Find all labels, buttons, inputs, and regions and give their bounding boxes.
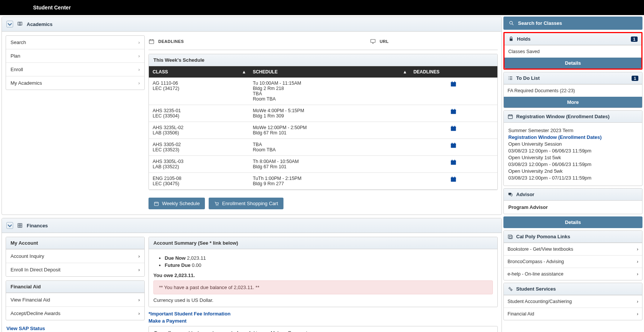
nav-plan[interactable]: Plan› — [6, 49, 144, 62]
cart-icon — [214, 201, 219, 206]
chevron-right-icon: › — [138, 80, 140, 86]
lock-icon — [508, 36, 514, 42]
holds-highlight: Holds 1 Classes Saved Details — [503, 32, 642, 70]
link-broncocompass[interactable]: BroncoCompass - Advising› — [504, 255, 642, 268]
holds-item[interactable]: Classes Saved — [505, 45, 641, 58]
search-for-classes-button[interactable]: Search for Classes — [503, 17, 642, 30]
calendar-icon — [450, 81, 457, 87]
calendar-icon — [450, 125, 457, 132]
search-icon — [509, 20, 514, 26]
page-title: Student Center — [33, 5, 71, 11]
svg-point-28 — [217, 205, 218, 206]
header-bar: Student Center — [0, 0, 644, 15]
nav-search[interactable]: Search› — [6, 36, 144, 49]
todo-more-button[interactable]: More — [504, 97, 642, 108]
reg-term: Summer Semester 2023 Term — [508, 128, 638, 133]
holds-header: Holds 1 — [505, 33, 641, 45]
academics-toolbar: DEADLINES URL — [148, 35, 498, 50]
past-due-alert: ** You have a past due balance of 2,023.… — [153, 280, 493, 294]
svg-point-30 — [510, 21, 513, 24]
calendar-icon — [450, 142, 457, 149]
calendar-icon — [450, 176, 457, 183]
financial-aid-group: Financial Aid View Financial Aid› Accept… — [6, 280, 145, 320]
svg-rect-9 — [455, 109, 455, 110]
svg-point-34 — [509, 288, 511, 289]
collapse-finances-button[interactable] — [6, 222, 13, 229]
nav-my-academics[interactable]: My Academics› — [6, 76, 144, 90]
chevron-right-icon: › — [637, 259, 638, 264]
cell-schedule: MoWe 12:00PM - 2:50PM Bldg 67 Rm 101 — [249, 122, 409, 139]
cell-deadline[interactable] — [410, 139, 497, 156]
calendar-icon — [450, 108, 457, 115]
finances-panel: Finances My Account Account Inquiry› Enr… — [2, 218, 502, 332]
account-summary-title: Account Summary (See * link below) — [149, 237, 497, 249]
svg-point-27 — [216, 205, 217, 206]
cell-class: ENG 2105-08 LEC (30475) — [149, 173, 249, 190]
accept-decline-awards-link[interactable]: Accept/Decline Awards› — [6, 306, 144, 320]
cell-deadline[interactable] — [410, 78, 497, 105]
svc-accounting[interactable]: Student Accounting/Cashiering› — [504, 295, 642, 308]
chevron-right-icon: › — [138, 311, 140, 316]
student-services-header: Student Services — [504, 283, 642, 295]
todo-badge: 1 — [632, 76, 638, 81]
cell-deadline[interactable] — [410, 156, 497, 173]
link-bookstore[interactable]: Bookstore - Get/View textbooks› — [504, 243, 642, 255]
view-sap-status-link[interactable]: View SAP Status — [6, 324, 145, 332]
cell-deadline[interactable] — [410, 122, 497, 139]
chevron-right-icon: › — [637, 247, 638, 252]
todo-header: To Do List 1 — [504, 72, 642, 84]
calendar-icon — [508, 114, 513, 119]
reg-window-link[interactable]: Registration Window (Enrollment Dates) — [508, 134, 638, 140]
svg-rect-23 — [451, 178, 456, 179]
cell-class: AHS 3235L-02 LAB (33506) — [149, 122, 249, 139]
finances-title: Finances — [27, 223, 48, 228]
registration-header: Registration Window (Enrollment Dates) — [504, 111, 642, 123]
col-deadlines: DEADLINES — [410, 66, 497, 78]
account-inquiry-link[interactable]: Account Inquiry› — [6, 249, 144, 263]
view-financial-aid-link[interactable]: View Financial Aid› — [6, 293, 144, 306]
advisor-name: Program Advisor — [508, 204, 548, 210]
direct-deposit-link[interactable]: Enroll In Direct Deposit› — [6, 263, 144, 276]
svg-rect-5 — [455, 81, 455, 83]
holds-details-button[interactable]: Details — [505, 58, 641, 69]
reg-line: Open University 1st 5wk — [508, 155, 638, 160]
cell-class: AG 1110-06 LEC (34172) — [149, 78, 249, 105]
svg-rect-0 — [149, 40, 154, 44]
collapse-academics-button[interactable] — [6, 21, 13, 27]
url-toggle[interactable]: URL — [370, 38, 389, 44]
enrollment-cart-button[interactable]: Enrollment Shopping Cart — [209, 198, 283, 209]
table-row: AHS 3235-01 LEC (33504)MoWe 4:00PM - 5:1… — [149, 105, 497, 122]
svg-rect-3 — [451, 82, 456, 84]
nav-enroll[interactable]: Enroll› — [6, 62, 144, 76]
cell-class: AHS 3235-01 LEC (33504) — [149, 105, 249, 122]
fee-info-link[interactable]: *Important Student Fee Information — [148, 311, 498, 317]
deadlines-toggle[interactable]: DEADLINES — [148, 38, 184, 44]
chevron-down-icon — [7, 222, 13, 228]
cpp-links-header: Cal Poly Pomona Links — [504, 231, 642, 243]
table-row: ENG 2105-08 LEC (30475)TuTh 1:00PM - 2:1… — [149, 173, 497, 190]
table-row: AG 1110-06 LEC (34172)Tu 10:00AM - 11:15… — [149, 78, 497, 105]
cell-deadline[interactable] — [410, 173, 497, 190]
cell-schedule: TuTh 1:00PM - 2:15PM Bldg 9 Rm 277 — [249, 173, 409, 190]
schedule-title: This Week's Schedule — [149, 54, 497, 66]
schedule-table: CLASS▴ SCHEDULE▴ DEADLINES AG 1110-06 LE… — [149, 66, 497, 190]
svc-financial-aid[interactable]: Financial Aid› — [504, 308, 642, 320]
col-class[interactable]: CLASS▴ — [149, 66, 249, 78]
svg-rect-32 — [508, 115, 512, 119]
weekly-schedule-button[interactable]: Weekly Schedule — [148, 198, 205, 209]
finances-header: Finances — [2, 218, 502, 233]
future-due-row: Future Due 0.00 — [165, 262, 493, 269]
chevron-right-icon: › — [138, 40, 140, 45]
academics-header: Academics — [2, 17, 502, 32]
financial-aid-title: Financial Aid — [6, 281, 144, 293]
you-owe-text: You owe 2,023.11. — [153, 273, 493, 278]
todo-item[interactable]: FA Required Documents (22-23) — [504, 84, 642, 97]
col-schedule[interactable]: SCHEDULE▴ — [249, 66, 409, 78]
link-ehelp[interactable]: e-help - On-line assistance› — [504, 268, 642, 280]
make-payment-link[interactable]: Make a Payment — [148, 318, 498, 324]
weekly-schedule-card: This Week's Schedule CLASS▴ SCHEDULE▴ DE… — [148, 54, 498, 190]
popup-blocker-note: Turn off pop-up blocker on browser befor… — [148, 326, 498, 332]
table-row: AHS 3235L-02 LAB (33506)MoWe 12:00PM - 2… — [149, 122, 497, 139]
advisor-details-button[interactable]: Details — [503, 216, 642, 228]
cell-deadline[interactable] — [410, 105, 497, 122]
